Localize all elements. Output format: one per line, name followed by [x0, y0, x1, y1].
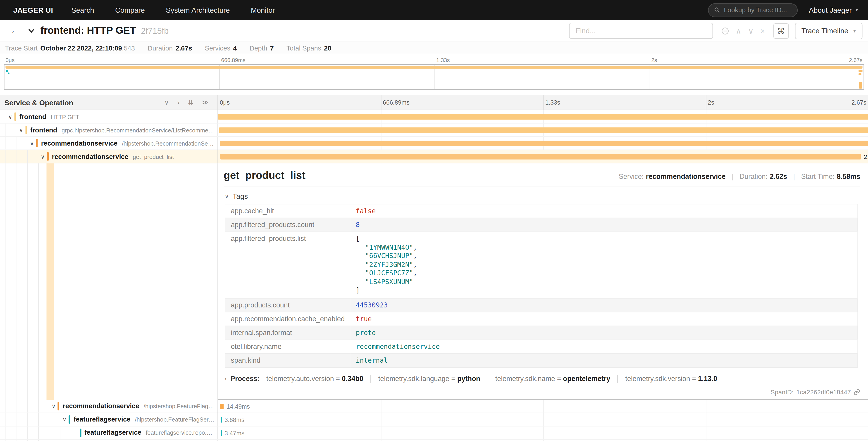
service-name: featureflagservice	[84, 429, 141, 437]
chevron-down-icon[interactable]: ∨	[6, 114, 14, 120]
circle-minus-icon[interactable]	[721, 27, 729, 35]
span-row[interactable]: ∨frontendHTTP GET	[0, 110, 868, 124]
span-timeline-cell[interactable]	[218, 110, 868, 124]
collapse-one-icon[interactable]: ∨	[164, 99, 169, 106]
indent-guide	[38, 164, 38, 400]
back-button[interactable]: ←	[5, 20, 24, 41]
span-row[interactable]: featureflagservicefeatureflagservice.rep…	[0, 426, 868, 440]
span-name-column[interactable]: ∨featureflagservice/hipstershop.FeatureF…	[0, 413, 218, 426]
tags-accordion-toggle[interactable]: ∨ Tags	[225, 192, 860, 201]
about-jaeger-menu[interactable]: About Jaeger ▾	[809, 6, 858, 14]
indent-guide	[27, 400, 28, 412]
trace-view-selector[interactable]: Trace Timeline ▾	[795, 22, 862, 39]
tag-list-string: "1YMWWN1N4O"	[365, 243, 413, 251]
span-name-column[interactable]: ∨recommendationservice/hipstershop.Recom…	[0, 137, 218, 150]
span-timeline-cell[interactable]: 3.68ms	[218, 413, 868, 426]
operation-name: /hipstershop.FeatureFlagService/Ge…	[135, 416, 215, 422]
span-timeline-cell[interactable]: 2.62s	[218, 150, 868, 164]
process-attr-key: telemetry.sdk.version	[625, 375, 690, 382]
copy-link-icon[interactable]	[854, 388, 860, 395]
next-result-icon[interactable]: ∨	[748, 27, 754, 35]
span-timeline-cell[interactable]: 14.49ms	[218, 400, 868, 413]
tag-value-text: 44530923	[356, 301, 388, 309]
service-label: Service:	[619, 173, 644, 180]
nav-item-monitor[interactable]: Monitor	[240, 6, 285, 14]
operation-name: HTTP GET	[51, 113, 80, 120]
process-label: Process:	[230, 375, 260, 382]
tag-list-item: "2ZYFJ3GM2N",	[356, 261, 852, 269]
span-name-column[interactable]: ∨recommendationservice/hipstershop.Produ…	[0, 439, 218, 441]
service-name: featureflagservice	[73, 415, 130, 423]
clear-find-icon[interactable]: ×	[760, 27, 765, 35]
span-duration-bar	[218, 114, 868, 120]
timeline-header-icons: ∨›⇊≫	[164, 99, 209, 106]
expand-one-icon[interactable]: ›	[177, 99, 180, 106]
summary-stat-label: Services	[205, 44, 230, 52]
indent-guide	[16, 426, 17, 439]
span-name-column[interactable]: ∨recommendationserviceget_product_list	[0, 150, 218, 164]
span-name-column[interactable]: ∨recommendationservice/hipstershop.Featu…	[0, 400, 218, 413]
span-timeline-cell[interactable]	[218, 137, 868, 150]
comma: ,	[413, 243, 417, 251]
span-name-wrap: featureflagservicefeatureflagservice.rep…	[0, 429, 217, 437]
span-timeline-cell[interactable]: 1.04ms	[218, 439, 868, 441]
span-name-column[interactable]: ∨frontendgrpc.hipstershop.Recommendation…	[0, 124, 218, 137]
span-duration-bar	[219, 127, 868, 133]
indent-guide	[27, 150, 28, 163]
trace-collapse-toggle[interactable]	[25, 28, 40, 33]
span-row[interactable]: ∨recommendationservice/hipstershop.Recom…	[0, 137, 868, 150]
tag-value: recommendationservice	[350, 340, 858, 353]
trace-header-controls: ∧ ∨ × ⌘ Trace Timeline ▾	[569, 22, 863, 39]
span-row[interactable]: ∨featureflagservice/hipstershop.FeatureF…	[0, 413, 868, 426]
span-duration-bar	[221, 430, 222, 436]
prev-result-icon[interactable]: ∧	[736, 27, 741, 35]
expand-all-icon[interactable]: ⇊	[188, 99, 193, 106]
nav-item-compare[interactable]: Compare	[105, 6, 155, 14]
span-timeline-cell[interactable]: 3.47ms	[218, 426, 868, 440]
tag-value: 8	[350, 218, 858, 232]
summary-stat-value: October 22 2022, 22:10:09	[40, 44, 122, 52]
span-detail-panel: get_product_list Service:recommendations…	[218, 164, 868, 400]
tag-list-bracket: ]	[356, 286, 852, 295]
span-name-wrap: recommendationserviceget_product_list	[0, 153, 217, 160]
bracket: ]	[356, 286, 360, 294]
tag-key: app.recommendation.cache_enabled	[225, 312, 350, 326]
app-logo[interactable]: JAEGER UI	[5, 6, 61, 14]
indent-guide	[16, 413, 17, 425]
span-name-column[interactable]: ∨frontendHTTP GET	[0, 110, 218, 124]
trace-lookup-input[interactable]	[724, 6, 792, 14]
chevron-down-icon[interactable]: ∨	[18, 127, 25, 133]
minimap-span-bar	[859, 73, 861, 76]
chevron-down-icon[interactable]: ∨	[39, 153, 46, 159]
span-row[interactable]: ∨frontendgrpc.hipstershop.Recommendation…	[0, 124, 868, 137]
tag-value-text: proto	[356, 329, 376, 336]
duration-value: 2.62s	[770, 173, 787, 180]
chevron-down-icon[interactable]: ∨	[50, 403, 57, 409]
span-timeline-cell[interactable]	[218, 124, 868, 137]
span-duration-bar	[220, 154, 861, 159]
process-accordion-toggle[interactable]: › Process: telemetry.auto.version = 0.34…	[225, 375, 860, 382]
timeline-gridline	[543, 95, 544, 110]
trace-lookup[interactable]	[708, 3, 798, 17]
service-operation-header: Service & Operation	[4, 98, 73, 107]
span-rows-below-detail: ∨recommendationservice/hipstershop.Featu…	[0, 400, 868, 441]
span-row[interactable]: ∨recommendationserviceget_product_list2.…	[0, 150, 868, 164]
keyboard-shortcuts-button[interactable]: ⌘	[773, 23, 789, 39]
minimap-canvas[interactable]	[4, 64, 864, 90]
process-attr-value: 1.13.0	[698, 375, 717, 382]
span-row[interactable]: ∨recommendationservice/hipstershop.Produ…	[0, 439, 868, 441]
tag-list-item: "1YMWWN1N4O",	[356, 243, 852, 252]
span-row[interactable]: ∨recommendationservice/hipstershop.Featu…	[0, 400, 868, 413]
chevron-down-icon[interactable]: ∨	[28, 140, 35, 146]
chevron-down-icon[interactable]: ∨	[61, 416, 68, 422]
nav-item-system-architecture[interactable]: System Architecture	[155, 6, 240, 14]
nav-item-search[interactable]: Search	[61, 6, 105, 14]
minimap-span-bar	[8, 72, 9, 74]
find-input[interactable]	[569, 23, 713, 39]
process-attr-value: 0.34b0	[342, 375, 363, 382]
tag-value-text: 8	[356, 221, 360, 229]
collapse-all-icon[interactable]: ≫	[202, 99, 209, 106]
span-name-column[interactable]: featureflagservicefeatureflagservice.rep…	[0, 426, 218, 440]
summary-stat: Depth7	[250, 44, 274, 52]
equals-sign: =	[450, 375, 457, 382]
